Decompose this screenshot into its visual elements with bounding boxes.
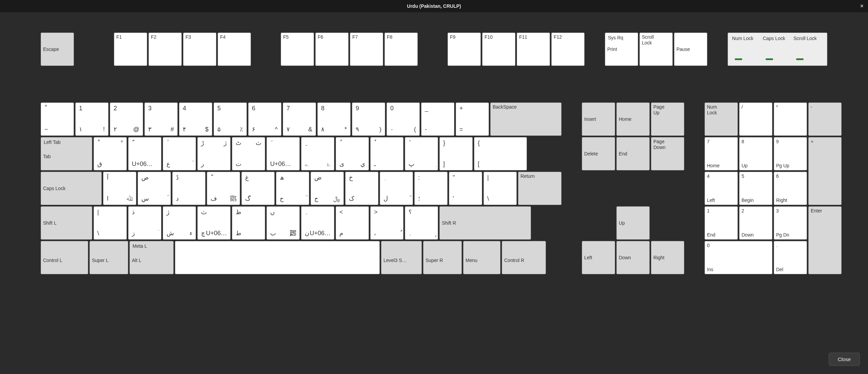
key-np-3[interactable]: 3Pg Dn — [774, 206, 807, 240]
key-9[interactable]: 9۹) — [352, 102, 385, 136]
key-menu[interactable]: Menu — [463, 241, 500, 274]
key-minus[interactable]: _- — [421, 102, 454, 136]
key-down[interactable]: Down — [616, 241, 650, 274]
key-f8[interactable]: F8 — [384, 33, 418, 66]
key-np-decimal[interactable]: .Del — [774, 241, 807, 274]
key-np-6[interactable]: 6Right — [774, 172, 807, 205]
key-np-0[interactable]: 0Ins — [705, 241, 772, 274]
key-iso[interactable]: |\ — [94, 206, 127, 240]
key-np-multiply[interactable]: * — [774, 102, 807, 136]
key-n[interactable]: ۔نU+06… — [301, 206, 334, 240]
key-m[interactable]: <م — [336, 206, 369, 240]
key-np-8[interactable]: 8Up — [739, 137, 772, 170]
key-5[interactable]: 5۵٪ — [214, 102, 247, 136]
key-f10[interactable]: F10 — [482, 33, 515, 66]
key-t[interactable]: ٹثت — [232, 137, 265, 170]
key-l[interactable]: ٖلؓ — [380, 172, 413, 205]
key-x[interactable]: ژشء — [163, 206, 196, 240]
key-rbracket[interactable]: {[ — [474, 137, 527, 170]
key-numlock[interactable]: Num Lock — [705, 102, 738, 136]
key-c[interactable]: ثچU+06… — [197, 206, 231, 240]
key-period[interactable]: ؟۔ٕ — [405, 206, 438, 240]
key-np-7[interactable]: 7Home — [705, 137, 738, 170]
key-f6[interactable]: F6 — [315, 33, 349, 66]
key-0[interactable]: 0٠( — [387, 102, 420, 136]
key-y[interactable]: َU+06… — [267, 137, 300, 170]
key-right[interactable]: Right — [651, 241, 684, 274]
key-e[interactable]: ٰعؑ — [163, 137, 196, 170]
key-sysrq[interactable]: Sys Rq Print — [605, 33, 638, 66]
key-7[interactable]: 7۷& — [283, 102, 316, 136]
key-f12[interactable]: F12 — [551, 33, 585, 66]
key-up[interactable]: Up — [616, 206, 650, 240]
key-o[interactable]: ٗـ — [370, 137, 403, 170]
key-shift-right[interactable]: Shift R — [439, 206, 531, 240]
close-button[interactable]: Close — [829, 353, 860, 366]
key-np-9[interactable]: 9Pg Up — [774, 137, 807, 170]
key-u[interactable]: ِےۓ — [301, 137, 334, 170]
key-np-4[interactable]: 4Left — [705, 172, 738, 205]
key-super-right[interactable]: Super R — [423, 241, 462, 274]
key-delete[interactable]: Delete — [582, 137, 615, 170]
key-1[interactable]: 1١! — [75, 102, 108, 136]
key-tab[interactable]: Left TabTab — [41, 137, 92, 170]
key-g[interactable]: غگ — [241, 172, 275, 205]
key-f5[interactable]: F5 — [281, 33, 314, 66]
key-pageup[interactable]: Page Up — [651, 102, 684, 136]
key-pagedown[interactable]: Page Down — [651, 137, 684, 170]
key-f3[interactable]: F3 — [183, 33, 216, 66]
key-6[interactable]: 6۶^ — [248, 102, 281, 136]
key-np-divide[interactable]: / — [739, 102, 772, 136]
key-equals[interactable]: += — [456, 102, 489, 136]
key-quote[interactable]: "' — [449, 172, 482, 205]
key-control-left[interactable]: Control L — [41, 241, 88, 274]
key-f4[interactable]: F4 — [218, 33, 251, 66]
key-3[interactable]: 3٣# — [144, 102, 178, 136]
key-super-left[interactable]: Super L — [90, 241, 128, 274]
key-np-add[interactable]: + — [808, 137, 842, 205]
key-backspace[interactable]: BackSpace — [490, 102, 561, 136]
key-left[interactable]: Left — [582, 241, 615, 274]
key-f2[interactable]: F2 — [149, 33, 182, 66]
key-scrolllock[interactable]: Scroll Lock — [639, 33, 673, 66]
key-h[interactable]: ھحؒ — [276, 172, 309, 205]
key-end[interactable]: End — [616, 137, 650, 170]
key-2[interactable]: 2٢@ — [110, 102, 143, 136]
key-z[interactable]: ذزؔ — [128, 206, 161, 240]
close-icon[interactable]: × — [859, 3, 865, 10]
key-backslash[interactable]: |\ — [484, 172, 517, 205]
key-home[interactable]: Home — [616, 102, 650, 136]
key-level3-shift[interactable]: Level3 S… — [381, 241, 422, 274]
key-np-subtract[interactable]: - — [808, 102, 842, 136]
key-b[interactable]: ںب﷽ — [267, 206, 300, 240]
key-control-right[interactable]: Control R — [502, 241, 546, 274]
key-np-enter[interactable]: Enter — [808, 206, 842, 274]
key-i[interactable]: ُیي — [336, 137, 369, 170]
key-f1[interactable]: F1 — [114, 33, 147, 66]
key-v[interactable]: ظط — [232, 206, 265, 240]
key-alt-left[interactable]: Meta LAlt L — [130, 241, 174, 274]
key-lbracket[interactable]: }] — [439, 137, 473, 170]
key-j[interactable]: ضج﷼ — [311, 172, 344, 205]
key-np-2[interactable]: 2Down — [739, 206, 772, 240]
key-comma[interactable]: >،ُ — [370, 206, 403, 240]
key-capslock[interactable]: Caps Lock — [41, 172, 102, 205]
key-k[interactable]: خک — [345, 172, 378, 205]
key-4[interactable]: 4۴$ — [179, 102, 212, 136]
key-f[interactable]: ّفﷺ — [207, 172, 240, 205]
key-insert[interactable]: Insert — [582, 102, 615, 136]
key-f9[interactable]: F9 — [448, 33, 481, 66]
key-return[interactable]: Return — [518, 172, 561, 205]
key-p[interactable]: ٔپٖ — [405, 137, 438, 170]
key-tilde[interactable]: ْ~ — [41, 102, 74, 136]
key-8[interactable]: 8۸* — [317, 102, 351, 136]
key-semicolon[interactable]: :؛ — [414, 172, 448, 205]
key-r[interactable]: ڑژر — [197, 137, 231, 170]
key-q[interactable]: ْ°ق — [94, 137, 127, 170]
key-f11[interactable]: F11 — [517, 33, 550, 66]
key-escape[interactable]: Escape — [41, 33, 74, 66]
key-w[interactable]: ّU+06… — [128, 137, 161, 170]
key-space[interactable] — [175, 241, 380, 274]
key-np-1[interactable]: 1End — [705, 206, 738, 240]
key-f7[interactable]: F7 — [350, 33, 383, 66]
